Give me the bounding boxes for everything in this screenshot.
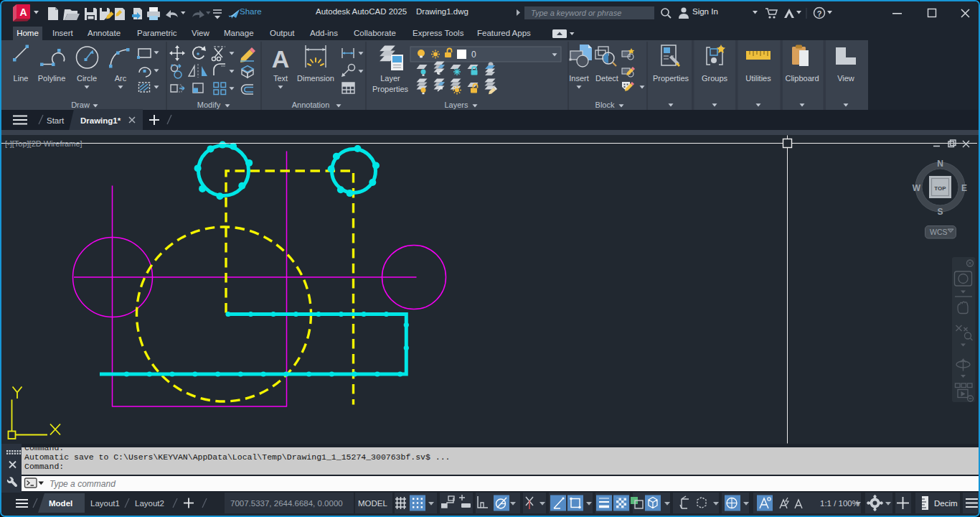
svg-text:Properties: Properties xyxy=(372,85,409,93)
svg-text:N: N xyxy=(937,158,943,168)
svg-text:S: S xyxy=(937,206,943,216)
svg-text:Utilities: Utilities xyxy=(745,74,771,83)
svg-text:Arc: Arc xyxy=(115,74,127,83)
svg-text:Text: Text xyxy=(273,74,288,83)
svg-text:TOP: TOP xyxy=(934,185,946,192)
svg-text:Decim: Decim xyxy=(934,499,958,508)
svg-text:Layers: Layers xyxy=(444,101,468,109)
svg-text:Circle: Circle xyxy=(77,74,97,83)
svg-text:Insert: Insert xyxy=(569,74,589,83)
svg-text:View: View xyxy=(837,74,854,83)
svg-text:E: E xyxy=(961,182,967,192)
svg-text:?: ? xyxy=(817,9,822,18)
svg-text:Layout2: Layout2 xyxy=(135,499,164,508)
svg-text:Polyline: Polyline xyxy=(38,74,66,83)
svg-text:1:1 / 100%: 1:1 / 100% xyxy=(820,499,859,508)
svg-text:[-][Top][2D Wireframe]: [-][Top][2D Wireframe] xyxy=(5,139,83,148)
svg-text:WCS: WCS xyxy=(930,228,948,236)
svg-text:Layout1: Layout1 xyxy=(90,499,120,508)
svg-text:A: A xyxy=(272,45,290,73)
svg-text:Annotation: Annotation xyxy=(292,101,330,109)
svg-text:Line: Line xyxy=(14,74,29,83)
svg-text:Dimension: Dimension xyxy=(297,74,334,83)
svg-text:Clipboard: Clipboard xyxy=(785,74,819,83)
svg-text:Detect: Detect xyxy=(595,74,618,83)
svg-text:7007.5337, 2644.6684, 0.0000: 7007.5337, 2644.6684, 0.0000 xyxy=(230,499,343,508)
svg-text:Start: Start xyxy=(47,116,65,125)
svg-text:Groups: Groups xyxy=(702,74,728,83)
svg-text:Draw: Draw xyxy=(71,101,90,109)
svg-text:Layer: Layer xyxy=(380,74,400,83)
svg-text:Properties: Properties xyxy=(653,74,689,83)
svg-text:W: W xyxy=(913,182,921,192)
svg-text:Drawing1*: Drawing1* xyxy=(80,116,121,125)
svg-text:Modify: Modify xyxy=(197,101,221,109)
svg-text:0: 0 xyxy=(471,50,476,60)
svg-text:Model: Model xyxy=(49,499,72,508)
svg-text:A: A xyxy=(19,6,27,18)
svg-text:Type a keyword or phrase: Type a keyword or phrase xyxy=(531,9,621,17)
svg-text:Block: Block xyxy=(595,101,615,109)
svg-text:MODEL: MODEL xyxy=(358,499,388,508)
svg-text:Type a command: Type a command xyxy=(50,479,116,489)
